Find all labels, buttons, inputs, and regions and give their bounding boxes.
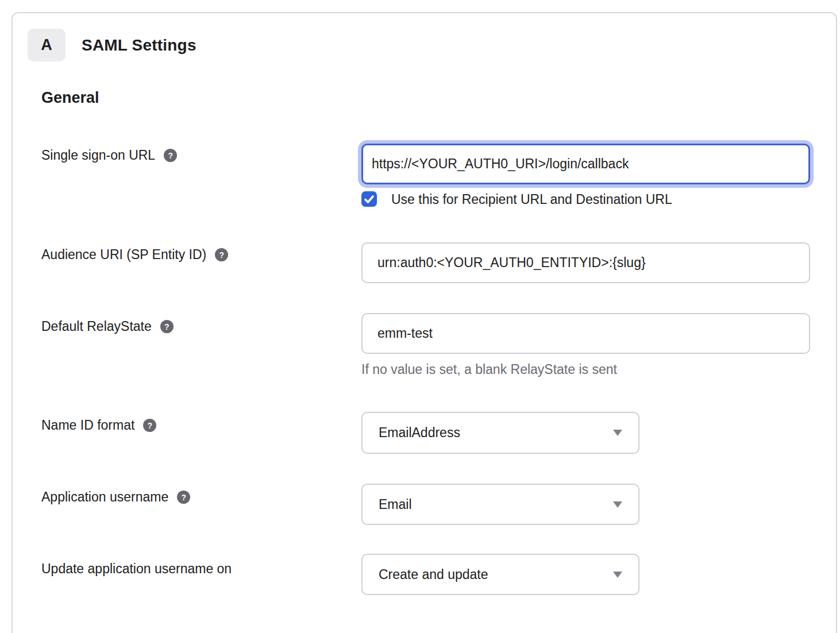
help-icon[interactable]: ? xyxy=(177,491,190,504)
sso-url-label: Single sign-on URL ? xyxy=(41,148,177,163)
name-id-format-select[interactable]: EmailAddress xyxy=(361,412,639,454)
application-username-label-text: Application username xyxy=(41,489,168,505)
help-icon[interactable]: ? xyxy=(215,248,228,261)
step-badge-letter: A xyxy=(41,36,52,54)
saml-settings-card: A SAML Settings General Single sign-on U… xyxy=(11,12,837,633)
dropdown-arrow-icon xyxy=(613,501,622,508)
audience-uri-label: Audience URI (SP Entity ID) ? xyxy=(41,247,228,263)
update-username-on-label: Update application username on xyxy=(41,561,232,577)
application-username-value: Email xyxy=(379,497,613,512)
update-username-on-value: Create and update xyxy=(379,567,613,582)
name-id-format-value: EmailAddress xyxy=(379,425,613,441)
application-username-select[interactable]: Email xyxy=(361,484,639,525)
relay-state-helper-text: If no value is set, a blank RelayState i… xyxy=(361,362,617,377)
audience-uri-input[interactable] xyxy=(361,242,810,283)
relay-state-label-text: Default RelayState xyxy=(41,319,152,334)
update-username-on-label-text: Update application username on xyxy=(41,561,232,577)
help-icon[interactable]: ? xyxy=(160,320,174,333)
help-icon[interactable]: ? xyxy=(143,419,156,432)
relay-state-label: Default RelayState ? xyxy=(41,319,174,334)
checkmark-icon xyxy=(364,195,374,203)
audience-uri-label-text: Audience URI (SP Entity ID) xyxy=(41,247,206,263)
dropdown-arrow-icon xyxy=(613,572,622,578)
dropdown-arrow-icon xyxy=(613,430,622,436)
section-heading-general: General xyxy=(41,89,99,107)
relay-state-input[interactable] xyxy=(361,313,810,354)
name-id-format-label-text: Name ID format xyxy=(41,418,134,433)
help-icon[interactable]: ? xyxy=(164,149,177,162)
name-id-format-label: Name ID format ? xyxy=(41,418,156,433)
recipient-url-checkbox-label[interactable]: Use this for Recipient URL and Destinati… xyxy=(391,192,672,207)
sso-url-label-text: Single sign-on URL xyxy=(41,148,155,163)
page-title: SAML Settings xyxy=(82,29,196,61)
application-username-label: Application username ? xyxy=(41,489,190,505)
step-badge: A xyxy=(28,29,65,61)
sso-url-input[interactable] xyxy=(361,144,810,184)
update-username-on-select[interactable]: Create and update xyxy=(361,554,639,595)
recipient-url-checkbox[interactable] xyxy=(361,191,377,207)
